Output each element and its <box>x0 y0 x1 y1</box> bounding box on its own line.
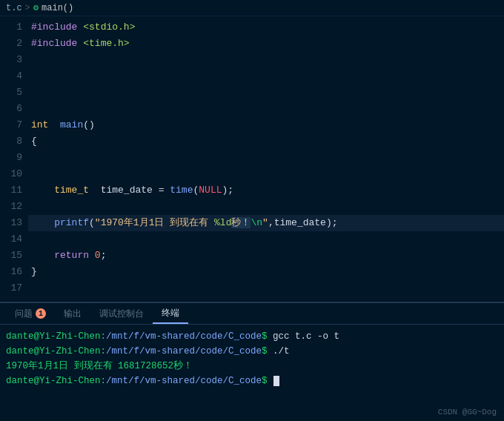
token-kw-type: time_t <box>31 185 89 196</box>
code-line <box>28 280 504 296</box>
line-number: 6 <box>0 101 22 117</box>
terminal-output: 1970年1月1日 到现在有 1681728652秒！ <box>6 361 193 371</box>
token-kw-paren <box>89 250 95 261</box>
code-line <box>28 199 504 215</box>
terminal-line: dante@Yi-Zhi-Chen:/mnt/f/vm-shared/code/… <box>6 344 498 359</box>
line-number: 10 <box>0 166 22 182</box>
line-number: 17 <box>0 280 22 296</box>
line-number: 13 <box>0 215 22 231</box>
format-spec: %ld <box>214 217 231 228</box>
token-kw-paren: ); <box>222 185 234 196</box>
code-line <box>28 150 504 166</box>
token-kw-paren: = <box>153 185 170 196</box>
token-kw-null: NULL <box>199 185 222 196</box>
code-line: #include <stdio.h> <box>28 19 504 36</box>
line-number: 5 <box>0 84 22 101</box>
code-line: } <box>28 264 504 280</box>
terminal-prompt: dante@Yi-Zhi-Chen: <box>6 376 106 386</box>
printf-keyword: printf <box>54 217 89 228</box>
token-kw-var: time_date <box>101 185 153 196</box>
token-kw-paren: ; <box>101 250 107 261</box>
token-kw-paren: } <box>31 266 37 277</box>
terminal-prompt: dante@Yi-Zhi-Chen: <box>6 331 106 342</box>
line-number: 2 <box>0 36 22 52</box>
token-kw-lib: <stdio.h> <box>83 21 135 33</box>
terminal-path: /mnt/f/vm-shared/code/C_code <box>106 346 262 357</box>
token-kw-paren <box>48 119 60 130</box>
tab-终端[interactable]: 终端 <box>153 303 188 324</box>
token-kw-return: return <box>31 250 89 261</box>
terminal-suffix: $ <box>262 346 273 357</box>
terminal-cmd: ./t <box>273 346 290 357</box>
token-kw-type: int <box>31 119 48 130</box>
breadcrumb-sep: > <box>25 3 30 13</box>
line-number: 9 <box>0 150 22 166</box>
token-kw-paren: () <box>83 119 95 130</box>
line-number: 14 <box>0 231 22 248</box>
line-number: 12 <box>0 199 22 215</box>
breadcrumb-file: t.c <box>6 3 22 13</box>
code-line <box>28 166 504 182</box>
code-line: { <box>28 133 504 150</box>
breadcrumb-func: main() <box>42 3 73 13</box>
tab-badge: 1 <box>36 308 46 319</box>
code-line: int main() <box>28 117 504 133</box>
tab-调试控制台[interactable]: 调试控制台 <box>90 303 153 324</box>
code-line <box>28 68 504 84</box>
line-number: 1 <box>0 19 22 36</box>
terminal-suffix: $ <box>262 331 273 342</box>
line-number: 3 <box>0 52 22 68</box>
token-kw-include: #include <box>31 38 77 49</box>
code-line <box>28 52 504 68</box>
code-line: return 0; <box>28 248 504 264</box>
code-line: printf("1970年1月1日 到现在有 %ld秒！\n",time_dat… <box>28 215 504 231</box>
line-number: 8 <box>0 133 22 150</box>
code-line <box>28 101 504 117</box>
str-begin: "1970年1月1日 到现在有 <box>95 217 214 228</box>
token-kw-include: #include <box>31 21 77 33</box>
open-paren: ( <box>89 217 95 228</box>
terminal-suffix: $ <box>262 376 273 386</box>
terminal[interactable]: dante@Yi-Zhi-Chen:/mnt/f/vm-shared/code/… <box>0 325 504 421</box>
line-number: 7 <box>0 117 22 133</box>
code-area: 1234567891011121314151617 #include <stdi… <box>0 16 504 302</box>
token-kw-func: main <box>60 119 83 130</box>
line-number: 15 <box>0 248 22 264</box>
breadcrumb: t.c > ⚙ main() <box>0 0 504 16</box>
token-kw-paren: { <box>31 136 37 147</box>
token-kw-paren <box>89 185 101 196</box>
line-number: 11 <box>0 182 22 199</box>
breadcrumb-icon: ⚙ <box>33 2 39 13</box>
token-kw-func: time <box>170 185 193 196</box>
code-line: time_t time_date = time(NULL); <box>28 182 504 199</box>
terminal-prompt: dante@Yi-Zhi-Chen: <box>6 346 106 357</box>
line-numbers: 1234567891011121314151617 <box>0 16 28 302</box>
tab-输出[interactable]: 输出 <box>55 303 90 324</box>
code-line: #include <time.h> <box>28 36 504 52</box>
tab-问题[interactable]: 问题1 <box>6 303 55 324</box>
line-number: 16 <box>0 264 22 280</box>
terminal-path: /mnt/f/vm-shared/code/C_code <box>106 331 262 342</box>
terminal-cmd: gcc t.c -o t <box>273 331 339 342</box>
code-line <box>28 231 504 248</box>
code-lines[interactable]: #include <stdio.h>#include <time.h>int m… <box>28 16 504 302</box>
token-kw-lib: <time.h> <box>83 38 129 49</box>
str-exclaim: 秒！ <box>231 217 251 228</box>
editor: 1234567891011121314151617 #include <stdi… <box>0 16 504 302</box>
tab-bar: 问题1输出调试控制台终端 <box>0 302 504 325</box>
line-number: 4 <box>0 68 22 84</box>
terminal-line: dante@Yi-Zhi-Chen:/mnt/f/vm-shared/code/… <box>6 329 498 344</box>
terminal-cursor <box>273 376 279 386</box>
terminal-line: dante@Yi-Zhi-Chen:/mnt/f/vm-shared/code/… <box>6 374 498 388</box>
watermark: CSDN @GG~Dog <box>438 408 497 417</box>
args: ,time_date); <box>268 217 338 228</box>
token-kw-num: 0 <box>95 250 101 261</box>
code-line <box>28 84 504 101</box>
terminal-path: /mnt/f/vm-shared/code/C_code <box>106 376 262 386</box>
terminal-line: 1970年1月1日 到现在有 1681728652秒！ <box>6 359 498 374</box>
str-end: " <box>262 217 268 228</box>
escape-seq: \n <box>251 217 262 228</box>
